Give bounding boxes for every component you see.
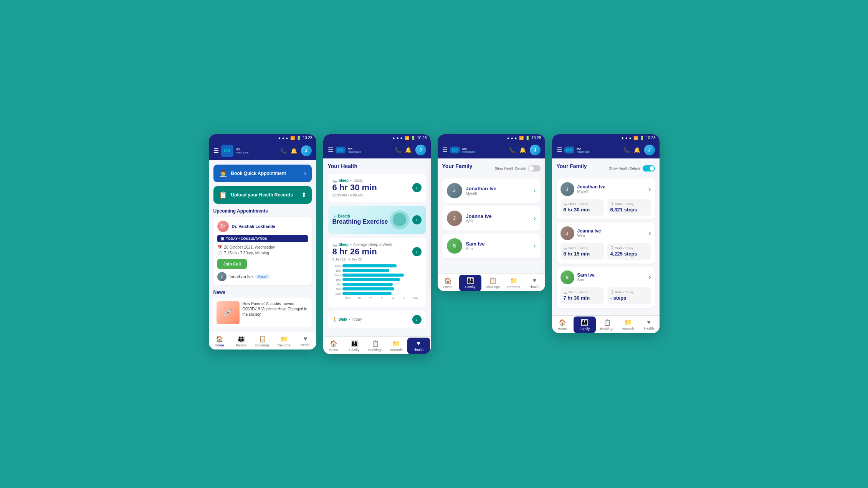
signal-icon-2: ▲▲▲ (392, 136, 403, 140)
tab-family-3-active[interactable]: 👨‍👩‍👦 Family (459, 275, 481, 291)
sam-info-3: Sam Ive Son (466, 241, 530, 251)
hamburger-icon[interactable]: ☰ (213, 147, 219, 154)
health-toggle-3[interactable] (528, 165, 541, 171)
appointment-icon: 👨‍⚕️ (219, 169, 227, 178)
walk-arrow[interactable]: › (412, 315, 422, 324)
book-appointment-btn[interactable]: 👨‍⚕️ Book Quick Appointment › (213, 165, 312, 182)
phone-icon-2[interactable]: 📞 (395, 147, 401, 153)
join-call-btn[interactable]: Join Call (217, 259, 247, 269)
sleep-today-card[interactable]: 🛏️ Sleep • Today 6 hr 30 min 11:30 PM - … (328, 174, 426, 202)
tab-health-4[interactable]: ♥ Health (638, 318, 659, 331)
tab-health-1[interactable]: ♥ Health (295, 335, 316, 348)
sam-top-4: S Sam Ive Son › (560, 270, 651, 284)
health-content: Your Health 🛏️ Sleep • Today 6 hr 30 min… (323, 158, 431, 336)
health-toggle-4[interactable] (643, 165, 655, 171)
user-tag: J Jonathan Ive Myself (217, 272, 308, 281)
chart-bar-row-thu: Thu (332, 278, 422, 282)
avg-sleep-header: 🛏️ Sleep • Average Sleep a Week 8 hr 26 … (332, 242, 422, 261)
toggle-container-4: Show Health Details (609, 165, 655, 171)
breath-info: 🌬️ Breath Breathing Exercise (332, 214, 388, 225)
status-bar-2: ▲▲▲ 📶 🔋 10:28 (323, 134, 431, 142)
walk-card[interactable]: 🚶 Walk • Today › (328, 311, 426, 328)
logo-box-4: MX (564, 147, 575, 153)
hamburger-icon-3[interactable]: ☰ (442, 146, 448, 153)
user-avatar-2[interactable]: J (415, 145, 426, 155)
tab-home-3[interactable]: 🏠 Home (438, 276, 458, 290)
tab-bookings-3[interactable]: 📋 Bookings (482, 276, 503, 290)
jonathan-avatar-4: J (560, 182, 574, 196)
consultation-badge: 📋 TODAY • CONSULTATION (217, 235, 308, 242)
hamburger-icon-2[interactable]: ☰ (328, 146, 333, 153)
sam-arrow-3[interactable]: › (534, 242, 536, 249)
chart-bar-mon (342, 264, 397, 267)
tab-family-4-active[interactable]: 👨‍👩‍👦 Family (574, 317, 596, 333)
badge-text: TODAY • CONSULTATION (226, 237, 268, 241)
tab-records-4[interactable]: 📁 Records (618, 318, 638, 331)
tab-home-1[interactable]: 🏠 Home (209, 335, 230, 348)
phone-icon-3[interactable]: 📞 (509, 147, 516, 153)
sleep-arrow[interactable]: › (412, 183, 422, 192)
show-health-label-3: Show Health Details (494, 167, 526, 170)
breath-card[interactable]: 🌬️ Breath Breathing Exercise › (328, 206, 426, 234)
bell-icon-2[interactable]: 🔔 (405, 147, 412, 153)
jonathan-card-4: J Jonathan Ive Myself › 🛏️ Sleep • (557, 178, 655, 219)
tab-home-2[interactable]: 🏠 Home (323, 339, 344, 353)
user-avatar-1[interactable]: J (301, 145, 312, 156)
screen-health: ▲▲▲ 📶 🔋 10:28 ☰ MX MX Healthcare 📞 🔔 J (323, 134, 431, 354)
news-card[interactable]: 💉 How Parents' Attitudes Toward COVID-19… (213, 298, 312, 327)
jonathan-arrow-4[interactable]: › (649, 185, 651, 193)
bell-icon-3[interactable]: 🔔 (519, 147, 526, 153)
tab-health-3[interactable]: ♥ Health (524, 276, 545, 290)
phone-icon-1[interactable]: 📞 (280, 148, 287, 154)
family-member-jonathan-3[interactable]: J Jonathan Ive Myself › (442, 178, 541, 203)
breath-label: 🌬️ Breath (332, 214, 388, 218)
joanna-arrow-4[interactable]: › (649, 229, 651, 237)
upload-records-btn[interactable]: 📋 Upload your Health Records ⬆ (213, 186, 312, 204)
joanna-arrow-3[interactable]: › (534, 215, 536, 222)
family-member-sam-3[interactable]: S Sam Ive Son › (442, 234, 541, 258)
tab-records-3[interactable]: 📁 Records (503, 276, 524, 290)
jonathan-walk-label: 🚶 Walk • Today (610, 202, 648, 206)
doctor-name: Dr. Vaishali Lokhande (232, 224, 276, 229)
sam-card-4: S Sam Ive Son › 🛏️ Sleep • Today (557, 267, 655, 308)
bed-icon-s: 🛏️ (564, 290, 567, 294)
sam-name-3: Sam Ive (466, 241, 530, 247)
health-tab-icon: ♥ (304, 335, 308, 342)
walk-icon-j: 🚶 (610, 202, 614, 206)
tab-records-1[interactable]: 📁 Records (273, 335, 295, 348)
tab-family-1[interactable]: 👨‍👩‍👦 Family (230, 335, 252, 348)
phone-icon-4[interactable]: 📞 (623, 147, 630, 153)
hamburger-icon-4[interactable]: ☰ (557, 146, 562, 153)
sam-walk-label: 🚶 Walk • Today (610, 290, 648, 294)
family-title-3: Your Family (442, 163, 473, 169)
bell-icon-1[interactable]: 🔔 (291, 148, 297, 154)
nav-bar-1: ☰ MX MX Healthcare 📞 🔔 J (209, 142, 316, 160)
sam-arrow-4[interactable]: › (649, 273, 651, 281)
tab-records-2[interactable]: 📁 Records (386, 339, 407, 353)
breath-visual (390, 210, 409, 229)
tab-health-2-active[interactable]: ♥ Health (407, 338, 430, 354)
bottom-nav-2: 🏠 Home 👨‍👩‍👦 Family 📋 Bookings 📁 Records… (323, 336, 431, 354)
screen-home: ▲▲▲ 📶 🔋 10:28 ☰ MX MX Healthcare 📞 🔔 J (209, 134, 316, 350)
tab-home-4[interactable]: 🏠 Home (552, 318, 573, 331)
tab-family-2[interactable]: 👨‍👩‍👦 Family (344, 339, 365, 353)
breath-right: › (390, 210, 422, 229)
home-tab-icon: 🏠 (216, 335, 223, 343)
avg-sleep-card[interactable]: 🛏️ Sleep • Average Sleep a Week 8 hr 26 … (328, 238, 426, 307)
chart-bar-sat (342, 287, 395, 290)
tab-bookings-1[interactable]: 📋 Bookings (252, 335, 273, 348)
breath-arrow[interactable]: › (412, 215, 422, 224)
jonathan-arrow-3[interactable]: › (534, 187, 536, 194)
tab-bookings-4[interactable]: 📋 Bookings (597, 318, 617, 331)
user-avatar-3[interactable]: J (530, 145, 541, 155)
avg-sleep-arrow[interactable]: › (412, 247, 422, 256)
joanna-walk-stat: 🚶 Walk • Today 4,225 steps (607, 243, 651, 260)
user-avatar-4[interactable]: J (644, 145, 655, 155)
upload-icon: 📋 (219, 191, 227, 199)
bell-icon-4[interactable]: 🔔 (634, 147, 640, 153)
tab-bookings-2[interactable]: 📋 Bookings (365, 339, 385, 353)
chart-bar-row-fri: Fri (332, 283, 422, 286)
joanna-sleep-label: 🛏️ Sleep • Today (564, 246, 601, 250)
sleep-value: 6 hr 30 min (332, 183, 377, 193)
family-member-joanna-3[interactable]: J Joanna Ive Wife › (442, 206, 541, 231)
